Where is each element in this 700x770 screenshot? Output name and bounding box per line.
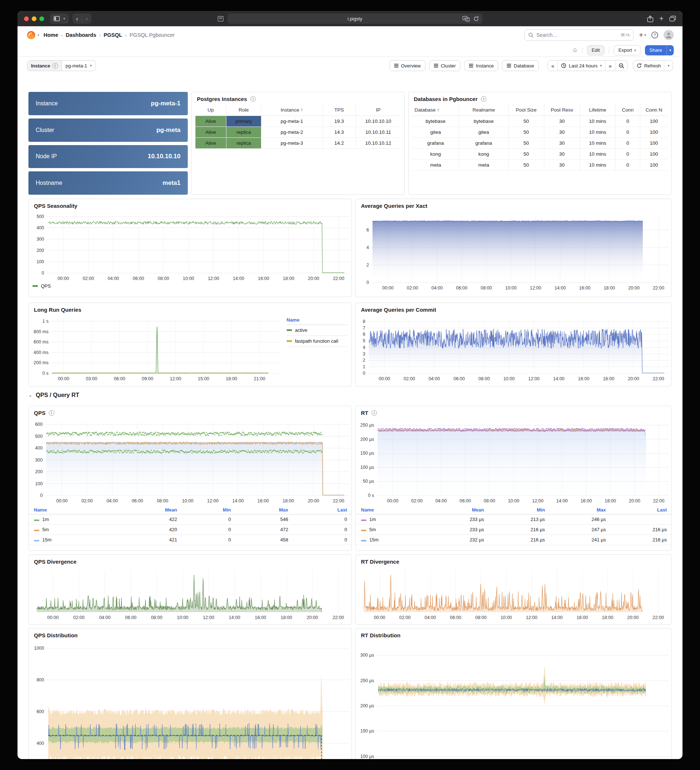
cell-database[interactable]: bytebase (412, 116, 459, 127)
legend-header[interactable]: Name (286, 317, 347, 325)
legend-column-last[interactable]: Last (293, 506, 351, 514)
nav-link-cluster[interactable]: Cluster (429, 60, 461, 71)
org-switcher-chevron-icon[interactable]: ▾ (37, 33, 39, 37)
address-bar[interactable]: i.pigsty A文 (228, 13, 483, 24)
breadcrumb-item-pgsql-pgbouncer[interactable]: PGSQL Pgbouncer (129, 32, 175, 38)
cell-database[interactable]: gitea (412, 127, 459, 138)
legend-column-min[interactable]: Min (488, 506, 549, 514)
cell-instance[interactable]: pg-meta-2 (261, 127, 323, 138)
column-header-conn[interactable]: Conn (616, 104, 640, 116)
column-header-poolsize[interactable]: Pool Size (508, 104, 544, 116)
avatar[interactable] (664, 30, 674, 40)
legend-series-name[interactable]: 5m (369, 527, 376, 532)
cell-database[interactable]: kong (412, 149, 459, 160)
stat-cluster[interactable]: Clusterpg-meta (28, 118, 188, 142)
legend-column-mean[interactable]: Mean (427, 506, 488, 514)
reload-icon[interactable] (474, 16, 479, 21)
cell-instance[interactable]: pg-meta-3 (261, 138, 323, 149)
column-header-instance[interactable]: Instance ↑ (261, 104, 323, 116)
legend-column-max[interactable]: Max (550, 506, 610, 514)
chart-area-qps-div[interactable]: 00:0002:0004:0006:0008:0010:0012:0014:00… (29, 567, 354, 622)
export-button[interactable]: Export▾ (614, 45, 640, 55)
star-icon[interactable]: ☆ (572, 46, 578, 54)
share-icon[interactable] (647, 15, 653, 22)
column-header-tps[interactable]: TPS (323, 104, 356, 116)
cell-ip[interactable]: 10.10.10.10 (356, 116, 401, 127)
chart-area-rt-dist[interactable]: 100 µs150 µs200 µs250 µs300 µs (356, 641, 674, 759)
chart-qps-div[interactable]: 00:0002:0004:0006:0008:0010:0012:0014:00… (30, 567, 353, 622)
breadcrumb-item-home[interactable]: Home (44, 32, 58, 38)
nav-link-overview[interactable]: Overview (390, 60, 425, 71)
instance-variable[interactable]: Instancei pg-meta-1▾ (27, 60, 96, 71)
refresh-interval-dropdown[interactable]: ▾ (664, 60, 673, 71)
legend-column-max[interactable]: Max (235, 506, 293, 514)
stat-node-ip[interactable]: Node IP10.10.10.10 (28, 145, 188, 168)
legend-column-last[interactable]: Last (610, 506, 671, 514)
chart-qps-seasonality[interactable]: 010020030040050000:0002:0004:0006:0008:0… (30, 211, 353, 283)
help-icon[interactable]: ? (651, 31, 658, 39)
grafana-logo[interactable] (26, 30, 36, 40)
legend-item[interactable]: active (286, 325, 347, 336)
new-tab-icon[interactable]: + (659, 15, 664, 22)
chart-area-rt-main[interactable]: 0 s50 µs100 µs150 µs200 µs250 µs00:0002:… (356, 418, 674, 505)
edit-button[interactable]: Edit (587, 45, 605, 55)
column-header-connn[interactable]: Conn N (640, 104, 668, 116)
legend-series-name[interactable]: 1m (42, 517, 49, 522)
breadcrumb-item-dashboards[interactable]: Dashboards (66, 32, 96, 38)
add-button[interactable]: +▾ (639, 31, 646, 39)
chart-rt-div[interactable]: 00:0002:0004:0006:0008:0010:0012:0014:00… (357, 567, 673, 622)
cell-ip[interactable]: 10.10.10.11 (356, 127, 401, 138)
legend-column-min[interactable]: Min (181, 506, 236, 514)
share-dropdown-icon[interactable]: ▾ (666, 45, 674, 55)
nav-link-instance[interactable]: Instance (464, 60, 498, 71)
translate-icon[interactable]: A文 (462, 16, 470, 21)
column-header-up[interactable]: Up (196, 104, 226, 116)
legend-series-name[interactable]: 15m (369, 537, 378, 542)
time-shift-back-button[interactable]: « (548, 60, 558, 71)
chart-qps-main[interactable]: 010020030040050060000:0002:0004:0006:000… (30, 418, 353, 505)
legend-series-name[interactable]: 5m (42, 527, 49, 532)
cell-instance[interactable]: pg-meta-1 (261, 116, 323, 127)
time-range-dropdown[interactable]: Last 24 hours ▾ (558, 60, 605, 71)
share-button[interactable]: Share ▾ (645, 45, 674, 55)
nav-link-database[interactable]: Database (502, 60, 539, 71)
back-icon[interactable]: ‹ (76, 16, 78, 22)
column-header-realname[interactable]: Realname (459, 104, 508, 116)
cell-ip[interactable]: 10.10.10.12 (356, 138, 401, 149)
cell-database[interactable]: grafana (412, 138, 459, 149)
legend-item[interactable]: QPS (41, 283, 51, 289)
zoom-window-button[interactable] (39, 16, 44, 21)
legend-series-name[interactable]: 1m (369, 517, 376, 522)
cell-database[interactable]: meta (412, 160, 459, 171)
chart-qps-dist[interactable]: 2004006008001000 (30, 641, 353, 759)
legend-item[interactable]: fastpath function call (286, 336, 347, 347)
chart-area-qps-main[interactable]: 010020030040050060000:0002:0004:0006:000… (29, 418, 354, 505)
variable-value-dropdown[interactable]: pg-meta-1▾ (62, 60, 95, 71)
legend-column-name[interactable]: Name (29, 506, 115, 514)
search-input[interactable]: Search... ⌘+k (524, 29, 634, 41)
column-header-role[interactable]: Role (226, 104, 261, 116)
chart-area-avg-commit[interactable]: 01234567800:0002:0004:0006:0008:0010:001… (356, 315, 674, 383)
column-header-poolresv[interactable]: Pool Resv (544, 104, 580, 116)
breadcrumb-item-pgsql[interactable]: PGSQL (103, 32, 122, 38)
close-window-button[interactable] (24, 16, 29, 21)
tab-overview-icon[interactable] (669, 16, 676, 21)
column-header-lifetime[interactable]: Lifetime (580, 104, 616, 116)
legend-series-name[interactable]: 15m (42, 537, 52, 542)
reader-icon[interactable] (218, 16, 224, 21)
chart-area-qps-dist[interactable]: 2004006008001000 (29, 641, 354, 759)
minimize-window-button[interactable] (32, 16, 36, 21)
chart-rt-main[interactable]: 0 s50 µs100 µs150 µs200 µs250 µs00:0002:… (357, 418, 673, 505)
stat-hostname[interactable]: Hostnamemeta1 (28, 171, 188, 195)
section-qps-query-rt[interactable]: ⌄ QPS / Query RT (28, 392, 79, 398)
column-header-ip[interactable]: IP (356, 104, 401, 116)
stat-instance[interactable]: Instancepg-meta-1 (28, 92, 188, 115)
chart-area-avg-xact[interactable]: 024600:0002:0004:0006:0008:0010:0012:001… (356, 211, 674, 292)
chart-area-rt-div[interactable]: 00:0002:0004:0006:0008:0010:0012:0014:00… (356, 567, 674, 622)
zoom-out-button[interactable] (616, 60, 627, 71)
sidebar-toggle-group[interactable]: ▾ (50, 13, 69, 24)
chart-avg-commit[interactable]: 01234567800:0002:0004:0006:0008:0010:001… (357, 315, 673, 383)
chart-long-run[interactable]: 0 s200 ms400 ms600 ms800 ms1 s00:0003:00… (30, 315, 284, 383)
chart-area-long-run[interactable]: 0 s200 ms400 ms600 ms800 ms1 s00:0003:00… (29, 315, 285, 383)
time-shift-forward-button[interactable]: » (606, 60, 616, 71)
